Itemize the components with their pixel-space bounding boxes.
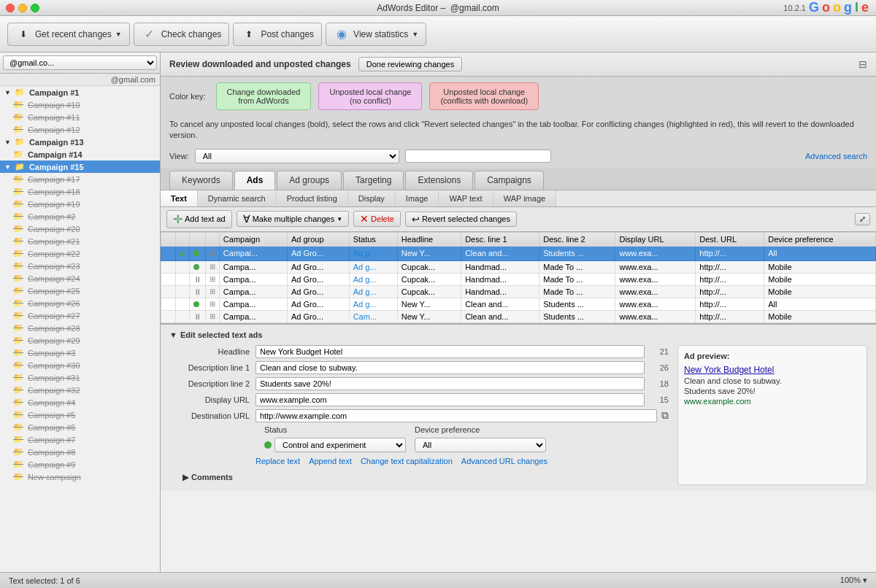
tab-adgroups[interactable]: Ad groups <box>277 171 342 190</box>
desc1-input[interactable] <box>256 361 645 374</box>
upload-icon: ⬆ <box>241 26 257 42</box>
sidebar-item-campaign-26[interactable]: 📁Campaign #26 <box>0 297 160 309</box>
post-changes-button[interactable]: ⬆ Post changes <box>233 23 322 46</box>
data-table-scroll[interactable]: Campaign Ad group Status Headline Desc. … <box>161 232 876 323</box>
sidebar-item-campaign-27[interactable]: 📁Campaign #27 <box>0 309 160 322</box>
sidebar-item-campaign-25[interactable]: 📁Campaign #25 <box>0 285 160 297</box>
chart-icon: ◉ <box>334 26 350 42</box>
sidebar-item-campaign-4[interactable]: 📁Campaign #4 <box>0 396 160 409</box>
tab-targeting[interactable]: Targeting <box>343 171 404 190</box>
sidebar-item-label: Campaign #29 <box>28 336 80 345</box>
sidebar-item-campaign-11[interactable]: 📁Campaign #11 <box>0 111 160 123</box>
replace-text-link[interactable]: Replace text <box>256 457 300 465</box>
sidebar-item-campaign-8[interactable]: 📁Campaign #8 <box>0 446 160 458</box>
sidebar-item-campaign-22[interactable]: 📁Campaign #22 <box>0 247 160 260</box>
append-text-link[interactable]: Append text <box>309 457 352 465</box>
get-recent-changes-button[interactable]: ⬇ Get recent changes ▼ <box>7 23 130 46</box>
subtab-dynamic[interactable]: Dynamic search <box>198 190 277 206</box>
tab-extensions[interactable]: Extensions <box>405 171 473 190</box>
done-reviewing-button[interactable]: Done reviewing changes <box>358 57 462 71</box>
tab-campaigns[interactable]: Campaigns <box>474 171 544 190</box>
external-link-icon[interactable]: ⧉ <box>661 409 669 422</box>
subtab-wap-text[interactable]: WAP text <box>439 190 493 206</box>
make-multiple-changes-button[interactable]: ∀ Make multiple changes <box>237 211 349 227</box>
sidebar-item-label: Campaign #19 <box>28 200 80 209</box>
sidebar-item-campaign-31[interactable]: 📁Campaign #31 <box>0 371 160 384</box>
close-button[interactable] <box>6 4 15 12</box>
account-dropdown[interactable]: @gmail.co... <box>3 55 157 70</box>
desc2-input[interactable] <box>256 377 645 390</box>
cell-adgroup: Ad Gro... <box>287 298 349 310</box>
sidebar-item-campaign-5[interactable]: 📁Campaign #5 <box>0 409 160 421</box>
dest-url-input[interactable] <box>256 409 657 422</box>
subtab-text[interactable]: Text <box>161 190 198 206</box>
sidebar-item-campaign-24[interactable]: 📁Campaign #24 <box>0 272 160 285</box>
cell-device: Mobile <box>764 273 876 285</box>
view-statistics-button[interactable]: ◉ View statistics ▼ <box>326 23 426 46</box>
tab-ads[interactable]: Ads <box>234 171 276 190</box>
zoom-button[interactable] <box>31 4 39 12</box>
ad-preview-headline[interactable]: New York Budget Hotel <box>684 365 861 375</box>
status-dot-green <box>193 301 199 307</box>
subtab-display[interactable]: Display <box>348 190 396 206</box>
close-review-icon[interactable]: ⊟ <box>858 58 867 70</box>
expand-button[interactable]: ⤢ <box>855 213 870 225</box>
delete-button[interactable]: ✕ Delete <box>353 211 401 227</box>
sidebar-item-campaign-13[interactable]: ▼📁Campaign #13 <box>0 136 160 148</box>
check-changes-button[interactable]: ✓ Check changes <box>134 23 230 46</box>
subtab-image[interactable]: Image <box>396 190 439 206</box>
cell-status2: Ad g... <box>349 298 397 310</box>
sidebar-item-campaign-19[interactable]: 📁Campaign #19 <box>0 198 160 210</box>
revert-button[interactable]: ↩ Revert selected changes <box>405 212 517 227</box>
view-select[interactable]: All <box>195 149 399 163</box>
sidebar-item-campaign-17[interactable]: 📁Campaign #17 <box>0 173 160 185</box>
sidebar-item-campaign-9[interactable]: 📁Campaign #9 <box>0 458 160 471</box>
review-bar-text: Review downloaded and unposted changes <box>169 59 351 69</box>
search-input[interactable] <box>405 150 551 163</box>
sidebar-item-campaign-6[interactable]: 📁Campaign #6 <box>0 421 160 433</box>
x-icon: ✕ <box>360 213 369 225</box>
headline-input[interactable] <box>256 345 645 358</box>
table-row[interactable]: ⊞ Campa... Ad Gro... Ad g... New Y... Cl… <box>161 298 876 310</box>
subtab-wap-image[interactable]: WAP image <box>493 190 556 206</box>
sidebar-item-campaign-32[interactable]: 📁Campaign #32 <box>0 384 160 396</box>
sidebar-item-campaign-20[interactable]: 📁Campaign #20 <box>0 223 160 235</box>
sidebar-item-campaign-23[interactable]: 📁Campaign #23 <box>0 260 160 272</box>
display-url-input[interactable] <box>256 393 645 406</box>
sidebar-item-campaign-28[interactable]: 📁Campaign #28 <box>0 322 160 334</box>
sidebar-item-campaign-10[interactable]: 📁Campaign #10 <box>0 98 160 111</box>
sidebar-item-new-campaign[interactable]: 📁New campaign <box>0 471 160 483</box>
col-dot <box>189 232 205 246</box>
folder-icon: 📁 <box>13 298 23 308</box>
minimize-button[interactable] <box>18 4 27 12</box>
sidebar-item-campaign-1[interactable]: ▼📁Campaign #1 <box>0 86 160 98</box>
sidebar-item-campaign-21[interactable]: 📁Campaign #21 <box>0 235 160 247</box>
device-select[interactable]: All <box>415 438 546 452</box>
table-row[interactable]: ● ⊞ Campai... Ad Gro... Ad g... New Y...… <box>161 246 876 260</box>
table-row[interactable]: ⏸ ⊞ Campa... Ad Gro... Ad g... Cupcak...… <box>161 273 876 285</box>
folder-icon: 📁 <box>15 137 25 147</box>
sidebar-item-campaign-7[interactable]: 📁Campaign #7 <box>0 433 160 446</box>
subtab-product[interactable]: Product listing <box>277 190 348 206</box>
status-select[interactable]: Control and experiment <box>274 438 406 452</box>
advanced-url-changes-link[interactable]: Advanced URL changes <box>461 457 548 465</box>
table-row[interactable]: ⊞ Campa... Ad Gro... Ad g... Cupcak... H… <box>161 260 876 273</box>
change-capitalization-link[interactable]: Change text capitalization <box>361 457 453 465</box>
advanced-search-link[interactable]: Advanced search <box>805 152 867 160</box>
table-row[interactable]: ⏸ ⊞ Campa... Ad Gro... Ad g... Cupcak...… <box>161 285 876 298</box>
sidebar-item-campaign-29[interactable]: 📁Campaign #29 <box>0 334 160 347</box>
sidebar-item-campaign-15[interactable]: ▼📁Campaign #15 <box>0 160 160 173</box>
cell-device: Mobile <box>764 285 876 298</box>
sidebar-item-campaign-3[interactable]: 📁Campaign #3 <box>0 347 160 359</box>
sidebar-item-campaign-30[interactable]: 📁Campaign #30 <box>0 359 160 371</box>
sidebar-item-campaign-2[interactable]: 📁Campaign #2 <box>0 210 160 223</box>
table-row[interactable]: ⏸ ⊞ Campa... Ad Gro... Cam... New Y... C… <box>161 310 876 322</box>
collapse-arrow-icon[interactable]: ▼ <box>169 330 177 339</box>
add-text-ad-button[interactable]: ✛ Add text ad <box>166 210 232 228</box>
comments-toggle[interactable]: ▶ Comments <box>182 473 660 482</box>
sidebar-item-campaign-18[interactable]: 📁Campaign #18 <box>0 185 160 198</box>
sidebar-item-campaign-14[interactable]: 📁Campaign #14 <box>0 148 160 160</box>
tab-keywords[interactable]: Keywords <box>169 171 233 190</box>
dest-url-row: Destination URL ⧉ <box>169 409 669 422</box>
sidebar-item-campaign-12[interactable]: 📁Campaign #12 <box>0 123 160 136</box>
